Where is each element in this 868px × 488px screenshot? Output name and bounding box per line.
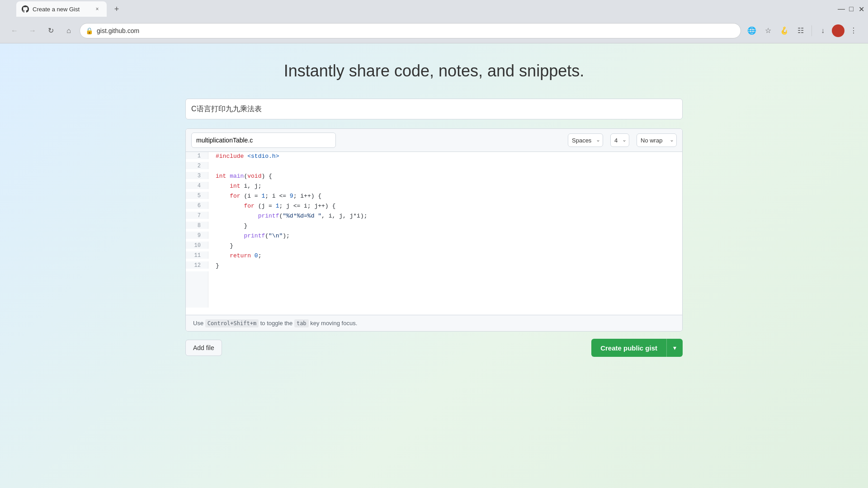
page-headline: Instantly share code, notes, and snippet… — [284, 62, 584, 81]
line-number-empty — [186, 271, 208, 308]
indent-select[interactable]: Spaces Tabs — [568, 133, 603, 147]
url-text: gist.github.com — [97, 27, 139, 34]
translate-button[interactable]: 🌐 — [745, 24, 759, 38]
code-editor[interactable]: 1 #include <stdio.h> 2 3 int main(void) … — [186, 152, 682, 315]
toolbar-actions: 🌐 ☆ 🪝 ☷ ↓ ⋮ — [745, 24, 861, 38]
line-code: return 0; — [208, 251, 261, 260]
line-code: printf("%d*%d=%d ", i, j, j*i); — [208, 212, 368, 220]
line-code: } — [208, 261, 219, 270]
wrap-select-wrapper: No wrap Soft wrap — [637, 133, 677, 147]
line-number: 6 — [186, 202, 208, 209]
add-file-button[interactable]: Add file — [185, 340, 222, 356]
create-gist-button[interactable]: Create public gist — [591, 339, 666, 357]
profile-avatar[interactable] — [832, 24, 844, 37]
maximize-button[interactable]: □ — [848, 6, 854, 12]
line-code: for (i = 1; i <= 9; i++) { — [208, 192, 321, 200]
file-footer: Use Control+Shift+m to toggle the tab ke… — [186, 315, 682, 331]
footer-text-suffix: key moving focus. — [310, 320, 357, 327]
gist-description-input[interactable] — [185, 99, 683, 119]
indent-select-wrapper: Spaces Tabs — [568, 133, 603, 147]
code-line-9: 9 printf("\n"); — [186, 232, 682, 242]
line-number: 5 — [186, 192, 208, 199]
footer-shortcut: Control+Shift+m — [205, 319, 259, 327]
line-number: 11 — [186, 251, 208, 259]
line-code: #include <stdio.h> — [208, 152, 279, 161]
bottom-actions: Add file Create public gist ▾ — [185, 339, 683, 357]
window-close-button[interactable]: ✕ — [858, 6, 864, 12]
line-code: int i, j; — [208, 182, 261, 190]
code-line-7: 7 printf("%d*%d=%d ", i, j, j*i); — [186, 212, 682, 222]
downloads-button[interactable]: ↓ — [816, 24, 830, 38]
code-line-11: 11 return 0; — [186, 251, 682, 261]
back-button[interactable]: ← — [7, 24, 22, 38]
new-tab-button[interactable]: + — [110, 3, 123, 15]
number-select[interactable]: 2 4 8 — [610, 133, 629, 147]
security-icon: 🔒 — [85, 27, 93, 34]
line-number: 12 — [186, 261, 208, 269]
code-line-1: 1 #include <stdio.h> — [186, 152, 682, 162]
footer-text-middle: to toggle the — [260, 320, 294, 327]
line-number: 8 — [186, 222, 208, 229]
reload-button[interactable]: ↻ — [43, 24, 58, 38]
extensions-button[interactable]: 🪝 — [777, 24, 792, 38]
bookmark-button[interactable]: ☆ — [761, 24, 775, 38]
code-line-8: 8 } — [186, 222, 682, 232]
code-line-3: 3 int main(void) { — [186, 172, 682, 182]
code-line-12: 12 } — [186, 261, 682, 271]
line-number: 3 — [186, 172, 208, 179]
line-code: printf("\n"); — [208, 232, 290, 240]
page-content: Instantly share code, notes, and snippet… — [0, 43, 868, 488]
line-code: for (j = 1; j <= i; j++) { — [208, 202, 335, 210]
footer-key: tab — [294, 319, 309, 327]
active-tab[interactable]: Create a new Gist × — [16, 1, 107, 17]
toolbar-separator — [811, 25, 812, 36]
create-gist-group: Create public gist ▾ — [591, 339, 683, 357]
code-line-4: 4 int i, j; — [186, 182, 682, 192]
number-select-wrapper: 2 4 8 — [610, 133, 629, 147]
line-code: int main(void) { — [208, 172, 272, 180]
home-button[interactable]: ⌂ — [61, 24, 76, 38]
tab-close-button[interactable]: × — [93, 5, 101, 13]
line-number: 2 — [186, 162, 208, 169]
title-bar: Create a new Gist × + — □ ✕ — [0, 0, 868, 18]
tab-title: Create a new Gist — [33, 6, 80, 13]
gist-form: Spaces Tabs 2 4 8 No wrap Soft wrap — [185, 99, 683, 357]
line-code: } — [208, 222, 247, 230]
code-line-5: 5 for (i = 1; i <= 9; i++) { — [186, 192, 682, 202]
toolbar: ← → ↻ ⌂ 🔒 gist.github.com 🌐 ☆ 🪝 ☷ ↓ ⋮ — [0, 18, 868, 43]
line-number: 10 — [186, 242, 208, 249]
code-line-6: 6 for (j = 1; j <= i; j++) { — [186, 202, 682, 212]
line-number: 9 — [186, 232, 208, 239]
line-number: 1 — [186, 152, 208, 159]
line-code — [208, 162, 219, 171]
address-bar[interactable]: 🔒 gist.github.com — [80, 23, 741, 38]
reading-list-button[interactable]: ☷ — [793, 24, 808, 38]
wrap-select[interactable]: No wrap Soft wrap — [637, 133, 677, 147]
code-line-2: 2 — [186, 162, 682, 172]
line-number: 7 — [186, 212, 208, 219]
browser-chrome: Create a new Gist × + — □ ✕ ← → ↻ ⌂ 🔒 gi… — [0, 0, 868, 43]
file-header: Spaces Tabs 2 4 8 No wrap Soft wrap — [186, 129, 682, 152]
forward-button[interactable]: → — [25, 24, 40, 38]
file-block: Spaces Tabs 2 4 8 No wrap Soft wrap — [185, 128, 683, 332]
line-code: } — [208, 242, 233, 250]
code-line-10: 10 } — [186, 242, 682, 251]
create-gist-dropdown-button[interactable]: ▾ — [666, 339, 683, 357]
minimize-button[interactable]: — — [838, 6, 844, 12]
menu-button[interactable]: ⋮ — [846, 24, 861, 38]
footer-text-prefix: Use — [193, 320, 205, 327]
line-number: 4 — [186, 182, 208, 189]
file-name-input[interactable] — [191, 133, 336, 148]
